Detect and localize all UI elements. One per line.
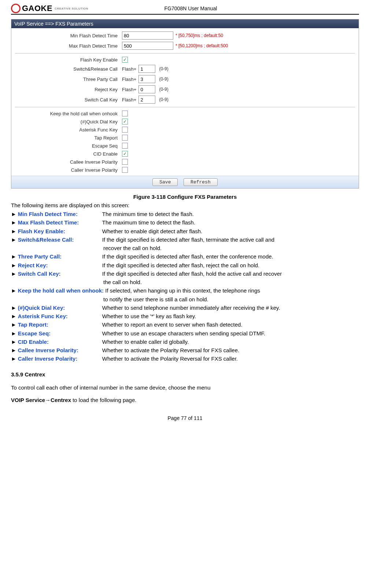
- save-button[interactable]: Save: [152, 178, 178, 186]
- panel-title: VoIP Service ==> FXS Parameters: [11, 19, 359, 28]
- checkbox-tap-report[interactable]: [122, 135, 128, 141]
- input-switch-call-key[interactable]: [138, 96, 155, 104]
- label-keep-hold: Keep the hold call when onhook: [15, 111, 122, 116]
- desc-max-flash: The maximum time to detect the flash.: [102, 218, 359, 227]
- label-three-party: Three Party Call: [15, 77, 122, 82]
- prefix-three-party: Flash+: [122, 77, 136, 82]
- row-escape: Escape Seq: [11, 142, 359, 150]
- desc-quick-dial: Whether to send telephone number immedia…: [102, 304, 359, 312]
- checkbox-flash-key-enable[interactable]: ✓: [122, 57, 128, 63]
- label-max-flash: Max Flash Detect Time: [15, 43, 122, 49]
- item-min-flash: ► Min Flash Detect Time: The minimum tim…: [11, 210, 359, 218]
- divider-1: [15, 53, 355, 53]
- item-three-party: ► Three Party Call: If the digit specifi…: [11, 252, 359, 261]
- row-callee-pol: Callee Inverse Polarity: [11, 158, 359, 166]
- bullet-icon: ►: [11, 304, 16, 312]
- section-p1: To control call each other of internal n…: [11, 383, 359, 393]
- term-asterisk: Asterisk Func Key:: [18, 313, 68, 319]
- description-intro: The following items are displayed on thi…: [11, 202, 359, 208]
- term-keep-hold: Keep the hold call when onhook:: [18, 287, 104, 294]
- label-escape: Escape Seq: [15, 143, 122, 149]
- desc-cid: Whether to enable caller id globally.: [102, 338, 359, 346]
- hint-max-flash: * [50,1200]ms ; default:500: [175, 43, 228, 48]
- term-flash-key: Flash Key Enable:: [18, 228, 65, 234]
- doc-title: FG7008N User Manual: [88, 5, 293, 11]
- desc-three-party: If the digit specified is detected after…: [102, 252, 359, 261]
- bullet-icon: ►: [11, 227, 16, 235]
- row-caller-pol: Caller Inverse Polarity: [11, 166, 359, 176]
- bullet-icon: ►: [11, 269, 16, 278]
- desc-keep-hold: If selected, when hanging up in this con…: [104, 287, 260, 294]
- term-reject: Reject Key:: [18, 262, 48, 268]
- item-callee-pol: ► Callee Inverse Polarity: Whether to ac…: [11, 346, 359, 354]
- label-callee-pol: Callee Inverse Polarity: [15, 159, 122, 165]
- desc-min-flash: The minimum time to detect the flash.: [102, 210, 359, 218]
- divider-2: [15, 107, 355, 107]
- input-min-flash[interactable]: [122, 31, 173, 40]
- label-cid: CID Enable: [15, 151, 122, 157]
- term-cid: CID Enable:: [18, 339, 49, 345]
- range-switch-call-key: (0-9): [159, 97, 168, 102]
- bullet-icon: ►: [11, 218, 16, 227]
- input-three-party[interactable]: [138, 75, 155, 83]
- range-reject-key: (0-9): [159, 87, 168, 92]
- item-tap-report: ► Tap Report: Whether to report an event…: [11, 320, 359, 329]
- bullet-icon: ►: [11, 261, 16, 269]
- term-max-flash: Max Flash Detect Time:: [18, 219, 79, 226]
- term-tap-report: Tap Report:: [18, 321, 48, 328]
- desc-keep-hold-2: to notify the user there is still a call…: [11, 295, 359, 304]
- section-p2-rest: to load the following page.: [71, 397, 136, 403]
- row-switch-call-key: Switch Call Key Flash+ (0-9): [11, 94, 359, 105]
- label-flash-key-enable: Flash Key Enable: [15, 57, 122, 63]
- section-p2-bold: VOIP Service→Centrex: [11, 397, 71, 403]
- item-asterisk: ► Asterisk Func Key: Whether to use the …: [11, 312, 359, 320]
- desc-escape: Whether to use an escape characters when…: [102, 329, 359, 338]
- range-switch-release: (0-9): [159, 66, 168, 71]
- bullet-icon: ►: [11, 338, 16, 346]
- item-cid: ► CID Enable: Whether to enable caller i…: [11, 338, 359, 346]
- logo-text: GAOKE: [22, 4, 52, 13]
- row-keep-hold: Keep the hold call when onhook: [11, 109, 359, 118]
- checkbox-escape[interactable]: [122, 143, 128, 149]
- row-tap-report: Tap Report: [11, 134, 359, 142]
- row-flash-key-enable: Flash Key Enable ✓: [11, 56, 359, 64]
- bullet-icon: ►: [11, 252, 16, 261]
- row-three-party: Three Party Call Flash+ (0-9): [11, 74, 359, 84]
- input-max-flash[interactable]: [122, 42, 173, 50]
- term-three-party: Three Party Call:: [18, 253, 62, 260]
- desc-callee-pol: Whether to activate the Polarity Reversa…: [102, 346, 359, 354]
- item-quick-dial: ► (#)Quick Dial Key: Whether to send tel…: [11, 304, 359, 312]
- checkbox-cid[interactable]: ✓: [122, 151, 128, 157]
- term-switch-key: Switch Call Key:: [18, 271, 61, 277]
- logo: GAOKE CREATIVE SOLUTION: [11, 4, 88, 13]
- input-switch-release[interactable]: [138, 65, 155, 73]
- term-callee-pol: Callee Inverse Polarity:: [18, 347, 78, 353]
- checkbox-callee-pol[interactable]: [122, 159, 128, 165]
- bullet-icon: ►: [11, 286, 16, 295]
- item-escape: ► Escape Seq: Whether to use an escape c…: [11, 329, 359, 338]
- input-reject-key[interactable]: [138, 85, 155, 93]
- checkbox-keep-hold[interactable]: [122, 111, 128, 116]
- page-header: GAOKE CREATIVE SOLUTION FG7008N User Man…: [11, 4, 359, 15]
- refresh-button[interactable]: Refresh: [184, 178, 218, 186]
- desc-switch-release-2: recover the call on hold.: [11, 244, 359, 252]
- desc-switch-key-2: the call on hold.: [11, 278, 359, 286]
- checkbox-asterisk[interactable]: [122, 127, 128, 133]
- row-cid: CID Enable ✓: [11, 150, 359, 158]
- bullet-icon: ►: [11, 235, 16, 244]
- row-switch-release: Switch&Release Call Flash+ (0-9): [11, 64, 359, 74]
- section-p2: VOIP Service→Centrex to load the followi…: [11, 395, 359, 406]
- label-min-flash: Min Flash Detect Time: [15, 33, 122, 38]
- label-reject-key: Reject Key: [15, 87, 122, 92]
- item-keep-hold: ► Keep the hold call when onhook: If sel…: [11, 286, 359, 295]
- fxs-parameters-panel: VoIP Service ==> FXS Parameters Min Flas…: [11, 19, 359, 189]
- label-asterisk: Asterisk Func Key: [15, 127, 122, 133]
- range-three-party: (0-9): [159, 77, 168, 82]
- button-bar: Save Refresh: [11, 176, 359, 188]
- label-switch-call-key: Switch Call Key: [15, 97, 122, 103]
- prefix-switch-call-key: Flash+: [122, 97, 136, 103]
- checkbox-quick-dial[interactable]: ✓: [122, 119, 128, 124]
- label-tap-report: Tap Report: [15, 135, 122, 141]
- label-quick-dial: (#)Quick Dial Key: [15, 119, 122, 124]
- checkbox-caller-pol[interactable]: [122, 167, 128, 173]
